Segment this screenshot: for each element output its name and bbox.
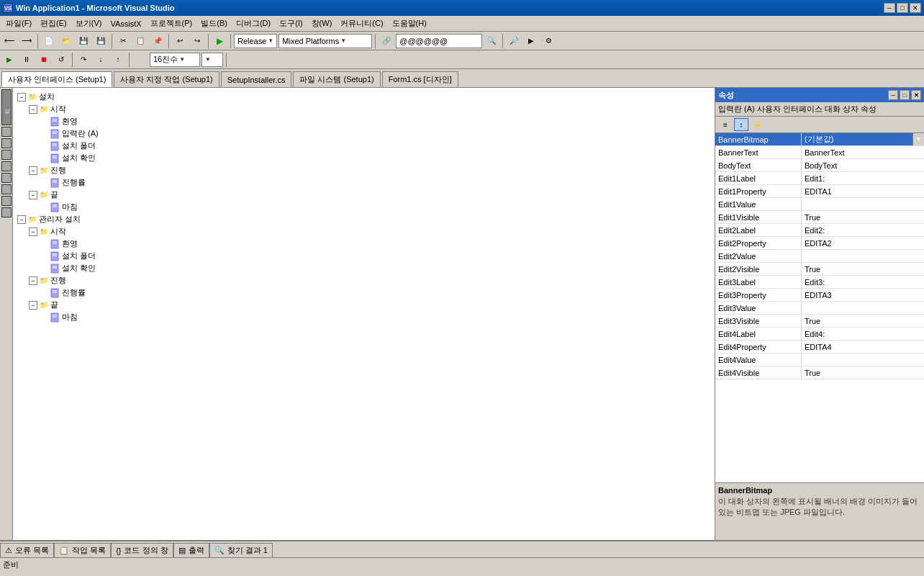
- tree-node-admininstall[interactable]: −📁관리자 설치: [16, 213, 712, 225]
- bottom-tab-4[interactable]: 🔍 찾기 결과 1: [209, 543, 273, 557]
- props-dropdown-arrow[interactable]: ▼: [912, 133, 924, 145]
- tree-toggle[interactable]: −: [29, 191, 37, 199]
- tree-node-end2[interactable]: −📁끝: [16, 299, 712, 311]
- props-row-bodytext[interactable]: BodyTextBodyText: [715, 159, 924, 172]
- props-maximize-button[interactable]: □: [900, 90, 910, 100]
- tree-node-end1[interactable]: −📁끝: [16, 189, 712, 201]
- forward-button[interactable]: ⟶: [19, 33, 35, 49]
- open-button[interactable]: 📂: [58, 33, 74, 49]
- tree-node-finish2[interactable]: 마침: [16, 311, 712, 323]
- tree-node-progressbar1[interactable]: 진행률: [16, 176, 712, 189]
- menu-view[interactable]: 보기(V): [71, 17, 107, 31]
- close-button[interactable]: ✕: [910, 3, 921, 13]
- menu-community[interactable]: 커뮤니티(C): [336, 17, 387, 31]
- minimize-button[interactable]: ─: [884, 3, 895, 13]
- tree-toggle[interactable]: −: [29, 166, 37, 175]
- thread-dropdown[interactable]: ▼: [201, 53, 223, 67]
- debug-run[interactable]: ▶: [1, 52, 17, 68]
- props-value-edit3visible[interactable]: True: [802, 315, 924, 327]
- debug-stepinto[interactable]: ↓: [93, 52, 109, 68]
- menu-edit[interactable]: 편집(E): [36, 17, 71, 31]
- bottom-tab-2[interactable]: {} 코드 정의 창: [111, 543, 173, 557]
- tree-node-progress1[interactable]: −📁진행: [16, 164, 712, 176]
- paste-button[interactable]: 📌: [150, 33, 166, 49]
- menu-build[interactable]: 빌드(B): [196, 17, 232, 31]
- new-button[interactable]: 📄: [41, 33, 57, 49]
- bottom-tab-3[interactable]: ▤ 출력: [173, 543, 209, 557]
- sidebar-icon-9[interactable]: [1, 207, 12, 217]
- tree-toggle[interactable]: −: [29, 105, 37, 114]
- debug-restart[interactable]: ↺: [53, 52, 69, 68]
- tree-node-start2[interactable]: −📁시작: [16, 225, 712, 238]
- tree-node-instfolder1[interactable]: 설치 폴더: [16, 140, 712, 152]
- props-row-edit2visible[interactable]: Edit2VisibleTrue: [715, 263, 924, 276]
- search-button[interactable]: 🔍: [484, 33, 499, 49]
- menu-debug[interactable]: 디버그(D): [232, 17, 275, 31]
- menu-help[interactable]: 도움말(H): [388, 17, 431, 31]
- maximize-button[interactable]: □: [897, 3, 908, 13]
- menu-window[interactable]: 창(W): [307, 17, 337, 31]
- props-sort-button[interactable]: ↕: [734, 118, 748, 131]
- sidebar-icon-3[interactable]: [1, 138, 12, 148]
- save-button[interactable]: 💾: [76, 33, 91, 49]
- props-row-edit2label[interactable]: Edit2LabelEdit2:: [715, 224, 924, 237]
- props-row-edit2property[interactable]: Edit2PropertyEDITA2: [715, 237, 924, 250]
- tree-node-progress2[interactable]: −📁진행: [16, 274, 712, 287]
- props-value-edit2value[interactable]: [802, 250, 924, 262]
- props-row-edit3visible[interactable]: Edit3VisibleTrue: [715, 315, 924, 328]
- platform-dropdown[interactable]: Mixed Platforms ▼: [278, 34, 372, 48]
- tab-custom-action[interactable]: 사용자 지정 작업 (Setup1): [114, 71, 219, 87]
- tree-node-instfolder2[interactable]: 설치 폴더: [16, 250, 712, 262]
- props-minimize-button[interactable]: ─: [888, 90, 898, 100]
- menu-file[interactable]: 파일(F): [1, 17, 36, 31]
- props-events-button[interactable]: ⚡: [750, 118, 764, 131]
- tree-toggle[interactable]: −: [17, 215, 26, 224]
- props-value-edit4value[interactable]: [802, 354, 924, 366]
- tree-node-instconfirm2[interactable]: 설치 확인: [16, 262, 712, 274]
- cut-button[interactable]: ✂: [115, 33, 131, 49]
- props-value-edit3property[interactable]: EDITA3: [802, 289, 924, 301]
- props-value-edit1label[interactable]: Edit1:: [802, 172, 924, 184]
- search-input[interactable]: [396, 34, 482, 48]
- props-row-edit4property[interactable]: Edit4PropertyEDITA4: [715, 341, 924, 354]
- props-value-bodytext[interactable]: BodyText: [802, 159, 924, 171]
- props-categories-button[interactable]: ≡: [718, 118, 733, 131]
- props-row-edit3label[interactable]: Edit3LabelEdit3:: [715, 276, 924, 289]
- props-row-edit1value[interactable]: Edit1Value: [715, 198, 924, 211]
- props-row-bannertext[interactable]: BannerTextBannerText: [715, 146, 924, 159]
- props-row-edit2value[interactable]: Edit2Value: [715, 250, 924, 263]
- attach-button[interactable]: 🔗: [379, 33, 394, 49]
- debug-stepover[interactable]: ↷: [76, 52, 91, 68]
- sidebar-icon-1[interactable]: 설: [1, 89, 12, 125]
- props-row-edit3value[interactable]: Edit3Value: [715, 302, 924, 315]
- sidebar-icon-7[interactable]: [1, 184, 12, 194]
- tree-node-start1[interactable]: −📁시작: [16, 103, 712, 115]
- sidebar-icon-6[interactable]: [1, 173, 12, 183]
- props-value-edit1property[interactable]: EDITA1: [802, 185, 924, 197]
- props-value-bannerbitmap[interactable]: (기본값): [802, 133, 912, 145]
- bottom-tab-0[interactable]: ⚠ 오류 목록: [0, 543, 54, 557]
- configuration-dropdown[interactable]: Release ▼: [234, 34, 277, 48]
- tree-node-input1[interactable]: 입력란 (A): [16, 127, 712, 140]
- run-button[interactable]: ▶: [212, 33, 227, 49]
- props-value-edit2label[interactable]: Edit2:: [802, 224, 924, 236]
- tree-toggle[interactable]: −: [29, 276, 37, 285]
- back-button[interactable]: ⟵: [1, 33, 17, 49]
- tree-node-welcome2[interactable]: 환영: [16, 238, 712, 250]
- props-value-edit1visible[interactable]: True: [802, 211, 924, 223]
- menu-vassistx[interactable]: VAssistX: [106, 17, 145, 31]
- tree-node-install[interactable]: −📁설치: [16, 91, 712, 103]
- menu-project[interactable]: 프로젝트(P): [146, 17, 197, 31]
- props-row-edit4value[interactable]: Edit4Value: [715, 354, 924, 366]
- props-value-edit3value[interactable]: [802, 302, 924, 314]
- debug-pause[interactable]: ⏸: [19, 52, 35, 68]
- props-row-edit1label[interactable]: Edit1LabelEdit1:: [715, 172, 924, 185]
- tree-toggle[interactable]: −: [29, 301, 37, 310]
- props-value-edit2visible[interactable]: True: [802, 263, 924, 275]
- save-all-button[interactable]: 💾: [93, 33, 109, 49]
- tree-node-finish1[interactable]: 마침: [16, 201, 712, 213]
- menu-tools[interactable]: 도구(I): [275, 17, 307, 31]
- tab-form-design[interactable]: Form1.cs [디자인]: [382, 71, 458, 87]
- tree-node-welcome1[interactable]: 환영: [16, 115, 712, 127]
- debug-hex[interactable]: [132, 52, 148, 68]
